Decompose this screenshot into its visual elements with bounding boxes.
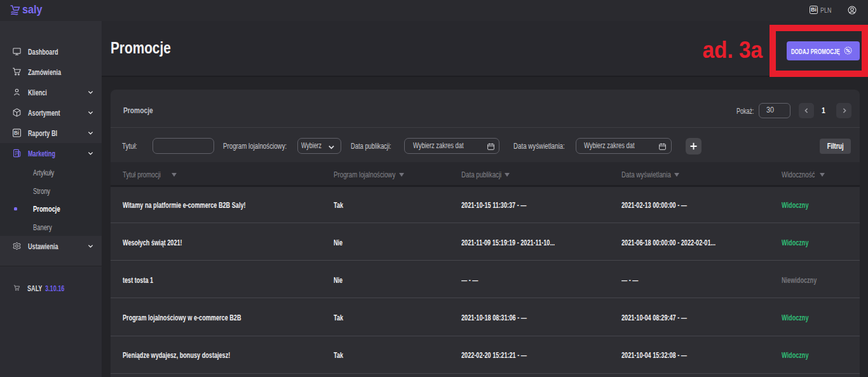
svg-text:Bi: Bi — [14, 130, 19, 136]
